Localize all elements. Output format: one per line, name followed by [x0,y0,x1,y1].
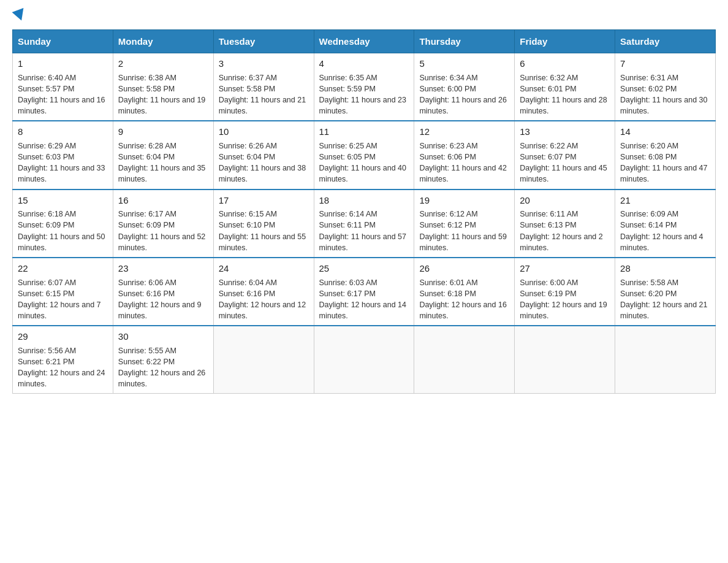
sunrise-text: Sunrise: 6:34 AM [419,72,509,83]
daylight-text: Daylight: 11 hours and 47 minutes. [620,163,710,185]
calendar-cell: 20Sunrise: 6:11 AMSunset: 6:13 PMDayligh… [515,190,615,258]
sunset-text: Sunset: 6:04 PM [118,151,208,163]
calendar-cell: 17Sunrise: 6:15 AMSunset: 6:10 PMDayligh… [213,190,314,258]
daylight-text: Daylight: 11 hours and 55 minutes. [219,231,309,253]
sunset-text: Sunset: 6:00 PM [419,83,509,94]
calendar-cell: 26Sunrise: 6:01 AMSunset: 6:18 PMDayligh… [414,258,515,326]
calendar-cell: 30Sunrise: 5:55 AMSunset: 6:22 PMDayligh… [113,326,213,394]
calendar-week-row: 15Sunrise: 6:18 AMSunset: 6:09 PMDayligh… [13,190,716,258]
daylight-text: Daylight: 11 hours and 40 minutes. [319,163,409,185]
sunset-text: Sunset: 6:14 PM [620,220,710,231]
sunset-text: Sunset: 6:11 PM [319,220,409,231]
sunrise-text: Sunrise: 6:12 AM [419,209,509,220]
day-number: 12 [419,125,509,139]
day-number: 1 [18,57,108,71]
day-number: 3 [219,57,309,71]
calendar-week-row: 8Sunrise: 6:29 AMSunset: 6:03 PMDaylight… [13,121,716,189]
daylight-text: Daylight: 11 hours and 33 minutes. [18,163,108,185]
calendar-cell [213,326,314,394]
calendar-cell: 4Sunrise: 6:35 AMSunset: 5:59 PMDaylight… [314,53,414,121]
sunrise-text: Sunrise: 6:22 AM [520,140,610,151]
sunset-text: Sunset: 6:16 PM [118,288,208,299]
calendar-table: SundayMondayTuesdayWednesdayThursdayFrid… [12,29,716,394]
sunrise-text: Sunrise: 6:00 AM [520,277,610,288]
calendar-cell: 5Sunrise: 6:34 AMSunset: 6:00 PMDaylight… [414,53,515,121]
daylight-text: Daylight: 12 hours and 19 minutes. [520,299,610,321]
calendar-cell: 1Sunrise: 6:40 AMSunset: 5:57 PMDaylight… [13,53,113,121]
sunrise-text: Sunrise: 6:18 AM [18,209,108,220]
sunset-text: Sunset: 6:09 PM [18,220,108,231]
day-number: 14 [620,125,710,139]
day-number: 26 [419,262,509,275]
weekday-header-row: SundayMondayTuesdayWednesdayThursdayFrid… [13,30,716,53]
sunset-text: Sunset: 6:12 PM [419,220,509,231]
calendar-cell: 21Sunrise: 6:09 AMSunset: 6:14 PMDayligh… [615,190,716,258]
sunset-text: Sunset: 6:20 PM [620,288,710,299]
sunset-text: Sunset: 5:58 PM [118,83,208,94]
calendar-cell: 2Sunrise: 6:38 AMSunset: 5:58 PMDaylight… [113,53,213,121]
calendar-cell: 22Sunrise: 6:07 AMSunset: 6:15 PMDayligh… [13,258,113,326]
weekday-header-sunday: Sunday [13,30,113,53]
daylight-text: Daylight: 11 hours and 30 minutes. [620,94,710,117]
day-number: 10 [219,125,309,139]
daylight-text: Daylight: 12 hours and 24 minutes. [18,367,108,389]
sunset-text: Sunset: 6:22 PM [118,356,208,367]
daylight-text: Daylight: 12 hours and 7 minutes. [18,299,108,321]
day-number: 30 [118,330,208,343]
sunset-text: Sunset: 5:57 PM [18,83,108,94]
sunset-text: Sunset: 6:02 PM [620,83,710,94]
sunset-text: Sunset: 6:09 PM [118,220,208,231]
sunset-text: Sunset: 6:01 PM [520,83,610,94]
day-number: 8 [18,125,108,139]
calendar-cell: 3Sunrise: 6:37 AMSunset: 5:58 PMDaylight… [213,53,314,121]
calendar-cell: 16Sunrise: 6:17 AMSunset: 6:09 PMDayligh… [113,190,213,258]
daylight-text: Daylight: 12 hours and 16 minutes. [419,299,509,321]
calendar-cell [314,326,414,394]
calendar-cell: 10Sunrise: 6:26 AMSunset: 6:04 PMDayligh… [213,121,314,189]
calendar-cell: 29Sunrise: 5:56 AMSunset: 6:21 PMDayligh… [13,326,113,394]
sunrise-text: Sunrise: 6:06 AM [118,277,208,288]
sunset-text: Sunset: 6:10 PM [219,220,309,231]
sunrise-text: Sunrise: 5:58 AM [620,277,710,288]
sunset-text: Sunset: 6:04 PM [219,151,309,163]
daylight-text: Daylight: 11 hours and 42 minutes. [419,163,509,185]
calendar-cell: 6Sunrise: 6:32 AMSunset: 6:01 PMDaylight… [515,53,615,121]
daylight-text: Daylight: 11 hours and 16 minutes. [18,94,108,117]
calendar-cell: 25Sunrise: 6:03 AMSunset: 6:17 PMDayligh… [314,258,414,326]
daylight-text: Daylight: 12 hours and 4 minutes. [620,231,710,253]
calendar-cell: 13Sunrise: 6:22 AMSunset: 6:07 PMDayligh… [515,121,615,189]
sunset-text: Sunset: 6:16 PM [219,288,309,299]
sunrise-text: Sunrise: 6:29 AM [18,140,108,151]
day-number: 5 [419,57,509,71]
sunset-text: Sunset: 5:59 PM [319,83,409,94]
sunrise-text: Sunrise: 5:55 AM [118,345,208,356]
weekday-header-monday: Monday [113,30,213,53]
sunset-text: Sunset: 5:58 PM [219,83,309,94]
daylight-text: Daylight: 11 hours and 28 minutes. [520,94,610,117]
sunrise-text: Sunrise: 6:38 AM [118,72,208,83]
day-number: 15 [18,194,108,207]
calendar-cell: 14Sunrise: 6:20 AMSunset: 6:08 PMDayligh… [615,121,716,189]
sunrise-text: Sunrise: 6:32 AM [520,72,610,83]
page-header [12,12,716,18]
weekday-header-tuesday: Tuesday [213,30,314,53]
daylight-text: Daylight: 11 hours and 19 minutes. [118,94,208,117]
logo [12,12,26,18]
day-number: 16 [118,194,208,207]
sunrise-text: Sunrise: 6:03 AM [319,277,409,288]
sunrise-text: Sunrise: 6:31 AM [620,72,710,83]
sunrise-text: Sunrise: 6:09 AM [620,209,710,220]
daylight-text: Daylight: 11 hours and 50 minutes. [18,231,108,253]
day-number: 21 [620,194,710,207]
sunset-text: Sunset: 6:17 PM [319,288,409,299]
daylight-text: Daylight: 11 hours and 21 minutes. [219,94,309,117]
daylight-text: Daylight: 11 hours and 35 minutes. [118,163,208,185]
day-number: 13 [520,125,610,139]
sunrise-text: Sunrise: 6:20 AM [620,140,710,151]
weekday-header-friday: Friday [515,30,615,53]
calendar-week-row: 1Sunrise: 6:40 AMSunset: 5:57 PMDaylight… [13,53,716,121]
sunrise-text: Sunrise: 6:35 AM [319,72,409,83]
daylight-text: Daylight: 12 hours and 9 minutes. [118,299,208,321]
calendar-cell: 8Sunrise: 6:29 AMSunset: 6:03 PMDaylight… [13,121,113,189]
sunset-text: Sunset: 6:15 PM [18,288,108,299]
